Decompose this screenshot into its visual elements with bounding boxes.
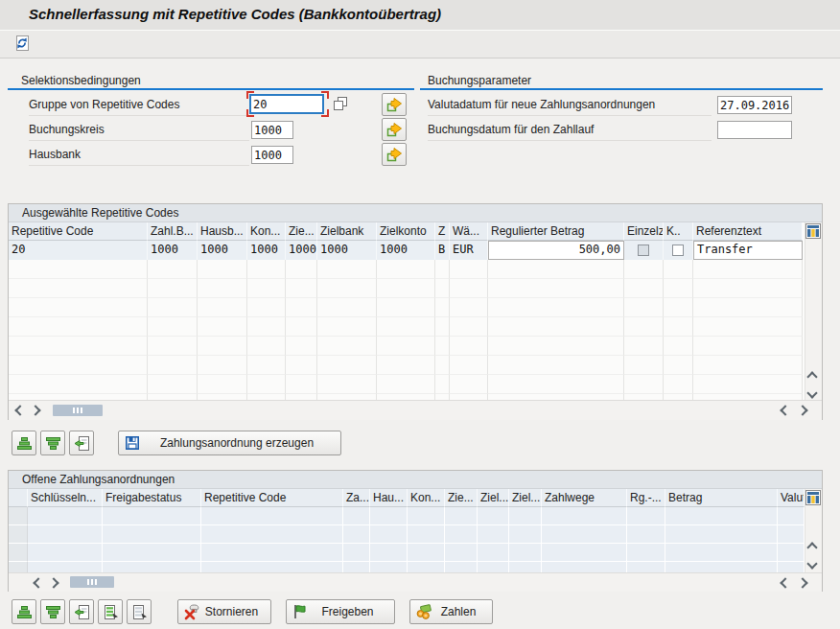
stornieren-button[interactable]: Stornieren [177,599,271,624]
freigeben-button[interactable]: Freigeben [286,599,395,624]
column-header[interactable]: Zie... [286,222,317,241]
table-cell [627,562,665,572]
table-cell[interactable]: Transfer [693,241,803,260]
table-cell[interactable]: 1000 [148,241,198,260]
insert-line-icon [74,604,90,620]
row-selector[interactable] [9,525,28,544]
column-header[interactable]: Zahlwege [542,489,627,507]
table-cell[interactable]: EUR [450,241,488,260]
column-header[interactable]: Z [435,222,450,241]
column-header[interactable]: Valut [778,489,805,507]
refresh-button[interactable] [10,33,35,58]
column-header[interactable]: Repetitive Code [9,222,148,241]
table-cell[interactable]: 1000 [286,241,317,260]
table-config-icon[interactable] [805,223,821,239]
table-cell[interactable]: 500,00 [488,241,624,260]
column-header[interactable]: Betrag [665,489,778,507]
empty-cell [9,317,148,337]
row-selector[interactable] [9,562,28,572]
stornieren-label: Stornieren [200,605,270,618]
deselect-all-button[interactable] [40,599,65,624]
table-header-row: Repetitive CodeZahl.B...Hausb...Kon...Zi… [9,222,803,241]
empty-cell [488,375,624,394]
insert-line-button[interactable] [69,431,94,455]
empty-cell [435,356,450,375]
scroll-left-icon[interactable] [780,405,790,415]
table-cell[interactable]: 1000 [317,241,377,260]
table-cell[interactable]: 1000 [247,241,286,260]
insert-line-button[interactable] [69,599,94,624]
row-selector[interactable] [9,544,28,562]
column-header[interactable]: Zielbank [317,222,377,241]
column-header[interactable]: Hausb... [198,222,247,241]
scroll-right-icon[interactable] [30,405,40,415]
table-cell[interactable]: 1000 [198,241,247,260]
table-cell [343,562,370,572]
column-header[interactable]: Einzelz... [624,222,664,241]
display-detail-button[interactable] [127,599,152,624]
scroll-left-icon[interactable] [780,577,790,588]
empty-cell [624,260,664,279]
empty-cell [286,356,317,375]
column-header[interactable]: Kon... [247,222,286,241]
zahlen-button[interactable]: Zahlen [409,599,493,624]
deselect-all-button[interactable] [40,431,65,455]
column-header[interactable]: Schlüsseln... [28,489,103,507]
scroll-right-icon[interactable] [48,577,58,588]
multi-selection-button-buchungskreis[interactable] [382,118,407,141]
column-header[interactable]: K.. [664,222,693,241]
multi-selection-button-gruppe[interactable] [382,93,407,116]
select-all-button[interactable] [12,599,36,624]
column-header[interactable]: Za... [343,489,370,507]
column-header[interactable]: Wä... [450,222,488,241]
column-header[interactable]: Ziel... [478,489,509,507]
column-header[interactable]: Zie... [445,489,478,507]
scroll-right-icon[interactable] [797,577,807,588]
row-checkbox[interactable] [638,245,649,256]
horizontal-scrollbar[interactable] [9,400,822,420]
table-cell [370,544,408,562]
deselect-all-icon [45,435,61,452]
table-cell[interactable]: B [435,241,450,260]
buchungsdatum-input[interactable] [717,121,792,139]
table-cell[interactable]: 1000 [377,241,435,260]
row-selector[interactable] [9,507,28,525]
hausbank-input[interactable] [251,146,293,164]
gruppe-input[interactable] [249,94,324,114]
column-header[interactable]: Rg.-... [627,489,665,507]
empty-cell [198,260,247,279]
scroll-right-icon[interactable] [797,405,807,415]
scrollbar-thumb[interactable] [70,576,114,588]
column-header[interactable]: Kon... [408,489,445,507]
column-header[interactable]: Freigabestatus [103,489,201,507]
column-header[interactable]: Zielkonto [377,222,435,241]
scroll-left-icon[interactable] [14,405,25,415]
column-header[interactable]: Zahl.B... [148,222,198,241]
row-checkbox[interactable] [672,245,684,256]
scrollbar-thumb[interactable] [53,405,103,416]
column-header[interactable]: Hau... [370,489,408,507]
select-all-button[interactable] [12,431,36,455]
empty-cell [247,375,286,394]
scroll-left-icon[interactable] [33,577,43,588]
choose-detail-button[interactable] [98,599,123,624]
empty-cell [9,260,148,279]
column-header[interactable]: Regulierter Betrag [488,222,624,241]
column-header[interactable]: Referenztext [693,222,803,241]
create-payment-order-button[interactable]: Zahlungsanordnung erzeugen [118,431,341,455]
table-config-icon[interactable] [805,490,821,505]
column-header[interactable]: Repetitive Code [201,489,343,507]
multi-selection-button-hausbank[interactable] [382,143,407,166]
empty-cell [435,298,450,317]
empty-cell [148,317,198,337]
horizontal-scrollbar[interactable] [9,572,822,592]
selection-column-header[interactable] [9,489,28,507]
matchcode-icon[interactable] [332,95,349,116]
column-header[interactable]: Ziel... [509,489,542,507]
table-cell[interactable]: 20 [9,241,148,260]
table-cell [370,562,408,572]
buchungskreis-input[interactable] [251,121,293,139]
empty-cell [624,375,664,394]
selected-repetitive-codes-table: Ausgewählte Repetitive Codes Repetitive … [8,203,823,420]
valutadatum-input[interactable] [717,96,792,114]
